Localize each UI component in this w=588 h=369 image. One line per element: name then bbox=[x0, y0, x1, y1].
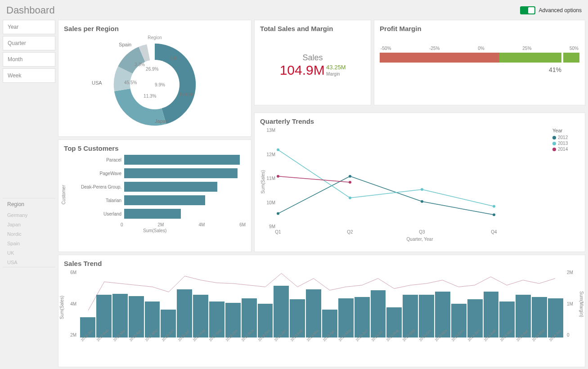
hbar-label: Userland bbox=[70, 212, 124, 216]
card-title: Sales per Region bbox=[64, 25, 246, 32]
x-tick: 6M bbox=[239, 222, 246, 227]
region-item[interactable]: Spain bbox=[3, 238, 55, 248]
hbar[interactable] bbox=[124, 155, 240, 165]
card-top5-customers: Top 5 Customers Customer Paracel PageWav… bbox=[58, 140, 251, 252]
y-tick: 6M bbox=[70, 270, 76, 275]
filter-week[interactable]: Week bbox=[3, 68, 55, 83]
svg-point-15 bbox=[349, 197, 351, 199]
svg-text:11M: 11M bbox=[267, 176, 275, 181]
kpi-sales-label: Sales bbox=[260, 53, 365, 63]
donut-slice-label: Spain bbox=[119, 42, 131, 47]
gauge-tick: 25% bbox=[522, 46, 531, 51]
svg-text:12M: 12M bbox=[267, 152, 275, 157]
svg-text:Q3: Q3 bbox=[419, 230, 425, 234]
y-axis-label: Sum(Sales) bbox=[59, 296, 64, 319]
x-tick: 0 bbox=[121, 222, 123, 227]
svg-text:Q2: Q2 bbox=[347, 230, 353, 234]
donut-slice-pct: 45.5% bbox=[124, 80, 137, 85]
hbar-label: PageWave bbox=[70, 171, 124, 176]
svg-point-17 bbox=[493, 205, 495, 208]
hbar[interactable] bbox=[124, 182, 217, 192]
gauge-value: 41% bbox=[380, 66, 579, 73]
region-filter-panel: Region GermanyJapanNordicSpainUKUSA bbox=[3, 198, 55, 267]
region-item[interactable]: USA bbox=[3, 257, 55, 267]
card-profit-margin: Profit Margin -50%-25%0%25%50% 41% bbox=[374, 20, 585, 105]
donut-slice-label: Nordic bbox=[180, 91, 194, 97]
svg-point-12 bbox=[421, 200, 423, 203]
svg-text:Sum(Sales): Sum(Sales) bbox=[260, 170, 265, 194]
svg-text:10M: 10M bbox=[267, 200, 275, 205]
donut-slice-pct: 11.3% bbox=[144, 94, 156, 99]
region-filter-title: Region bbox=[3, 198, 55, 210]
y2-axis-label: Sum(Margin) bbox=[579, 291, 584, 317]
legend-item[interactable]: 2013 bbox=[552, 141, 579, 146]
gauge-tick: 0% bbox=[478, 46, 484, 51]
filter-quarter[interactable]: Quarter bbox=[3, 36, 55, 50]
y2-tick: 0 bbox=[567, 333, 579, 338]
card-title: Total Sales and Margin bbox=[260, 25, 365, 32]
card-total-sales-margin: Total Sales and Margin Sales 104.9M 43.2… bbox=[254, 20, 371, 105]
card-sales-trend: Sales Trend 6M4M2M 2012-Jan2012-Feb2012-… bbox=[58, 255, 585, 367]
legend-item[interactable]: 2014 bbox=[552, 147, 579, 152]
donut-slice-pct: 9.9% bbox=[155, 82, 165, 87]
svg-point-10 bbox=[277, 212, 279, 215]
hbar-label: Paracel bbox=[70, 158, 124, 162]
svg-point-14 bbox=[277, 148, 279, 151]
donut-slice-pct: 26.9% bbox=[146, 67, 158, 72]
donut-slice-label: UK bbox=[171, 55, 177, 61]
region-item[interactable]: Germany bbox=[3, 210, 55, 220]
donut-chart[interactable]: USA45.5%UK26.9%Nordic9.9%Japan11.3%Spain… bbox=[112, 42, 197, 127]
x-tick: 2M bbox=[158, 222, 164, 227]
gauge-tick: 50% bbox=[570, 46, 579, 51]
hbar[interactable] bbox=[124, 168, 238, 178]
advanced-options-label: Advanced options bbox=[539, 7, 582, 14]
sales-trend-chart[interactable] bbox=[78, 270, 565, 338]
donut-slice-label: Japan bbox=[155, 118, 168, 124]
region-item[interactable]: Japan bbox=[3, 220, 55, 229]
card-title: Sales Trend bbox=[64, 260, 579, 267]
line-chart[interactable]: 9M10M11M12M13MQ1Q2Q3Q4Sum(Sales) bbox=[260, 128, 498, 236]
gauge-tick: -50% bbox=[381, 46, 391, 51]
trend-bar[interactable] bbox=[274, 286, 289, 338]
hbar-chart[interactable]: Paracel PageWave Deak-Perera Group. Tala… bbox=[64, 155, 246, 219]
svg-point-13 bbox=[493, 213, 495, 216]
hbar-label: Deak-Perera Group. bbox=[70, 184, 124, 189]
filter-year[interactable]: Year bbox=[3, 20, 55, 34]
legend-item[interactable]: 2012 bbox=[552, 135, 579, 140]
kpi-sales-value: 104.9M bbox=[280, 63, 325, 78]
donut-slice-label: USA bbox=[92, 80, 102, 86]
x-tick: 4M bbox=[198, 222, 205, 227]
y2-tick: 1M bbox=[567, 302, 579, 306]
card-sales-per-region: Sales per Region Region USA45.5%UK26.9%N… bbox=[58, 20, 251, 137]
svg-point-19 bbox=[349, 181, 351, 184]
advanced-options-toggle[interactable] bbox=[520, 6, 535, 14]
gauge-tick: -25% bbox=[429, 46, 440, 51]
region-item[interactable]: UK bbox=[3, 248, 55, 257]
svg-point-11 bbox=[349, 175, 351, 178]
x-axis-label: Sum(Sales) bbox=[64, 228, 246, 233]
svg-text:Q1: Q1 bbox=[275, 230, 281, 234]
y-tick: 4M bbox=[70, 302, 76, 306]
kpi-margin: 43.25MMargin bbox=[326, 64, 346, 77]
card-title: Top 5 Customers bbox=[64, 144, 246, 152]
gauge-chart[interactable]: -50%-25%0%25%50% 41% bbox=[380, 46, 579, 73]
svg-text:13M: 13M bbox=[267, 128, 275, 133]
card-quarterly-trends: Quarterly Trends 9M10M11M12M13MQ1Q2Q3Q4S… bbox=[254, 112, 585, 252]
page-title: Dashboard bbox=[6, 4, 55, 16]
legend-title: Year bbox=[552, 128, 579, 133]
region-item[interactable]: Nordic bbox=[3, 229, 55, 238]
svg-point-18 bbox=[277, 175, 279, 178]
hbar-label: Talarian bbox=[70, 198, 124, 203]
trend-bar[interactable] bbox=[177, 289, 192, 338]
svg-text:9M: 9M bbox=[269, 224, 275, 229]
hbar[interactable] bbox=[124, 195, 205, 205]
y-tick: 2M bbox=[70, 333, 76, 338]
hbar[interactable] bbox=[124, 209, 181, 219]
trend-bar[interactable] bbox=[371, 290, 386, 338]
svg-point-16 bbox=[421, 188, 423, 191]
donut-legend-title: Region bbox=[64, 35, 246, 40]
svg-text:Q4: Q4 bbox=[491, 230, 497, 234]
filter-month[interactable]: Month bbox=[3, 52, 55, 67]
card-title: Profit Margin bbox=[380, 25, 579, 32]
y2-tick: 2M bbox=[567, 270, 579, 275]
